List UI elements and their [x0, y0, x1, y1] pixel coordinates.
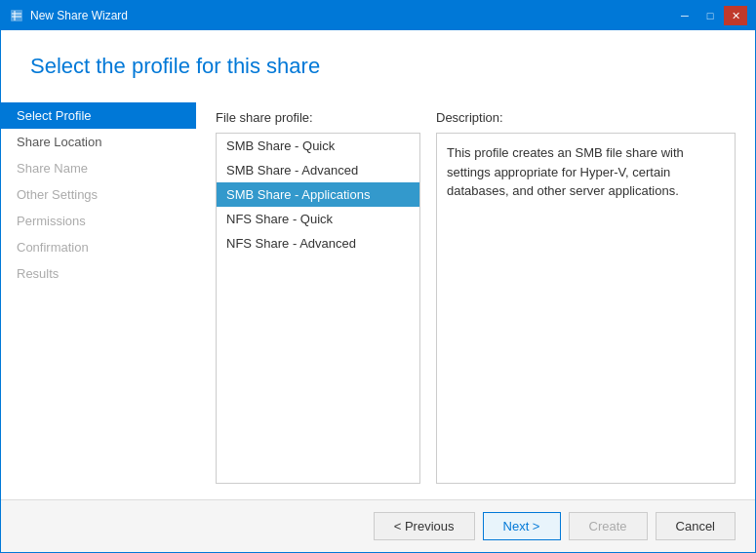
sidebar-item-other-settings: Other Settings [1, 181, 196, 208]
sidebar-item-select-profile[interactable]: Select Profile [1, 102, 196, 129]
minimize-button[interactable]: ─ [673, 6, 696, 25]
profile-item-nfs-quick[interactable]: NFS Share - Quick [217, 207, 419, 231]
window-content: Select the profile for this share Select… [1, 30, 755, 552]
sidebar-item-share-name: Share Name [1, 155, 196, 181]
close-button[interactable]: ✕ [724, 6, 747, 25]
next-button[interactable]: Next > [483, 512, 561, 540]
wizard-window: New Share Wizard ─ □ ✕ Select the profil… [0, 0, 756, 553]
sidebar-item-confirmation: Confirmation [1, 234, 196, 260]
maximize-button[interactable]: □ [698, 6, 722, 25]
sidebar-item-permissions: Permissions [1, 208, 196, 234]
footer: < Previous Next > Create Cancel [1, 499, 755, 552]
profile-list-section: File share profile: SMB Share - Quick SM… [216, 110, 420, 484]
svg-rect-0 [11, 10, 22, 21]
sidebar-item-results: Results [1, 260, 196, 287]
sidebar-item-share-location[interactable]: Share Location [1, 129, 196, 155]
page-title: Select the profile for this share [30, 54, 726, 79]
description-section: Description: This profile creates an SMB… [436, 110, 736, 484]
create-button[interactable]: Create [569, 512, 648, 540]
description-box: This profile creates an SMB file share w… [436, 133, 736, 484]
cancel-button[interactable]: Cancel [656, 512, 736, 540]
body-area: Select Profile Share Location Share Name… [1, 95, 755, 499]
profile-area: File share profile: SMB Share - Quick SM… [216, 110, 736, 484]
window-title: New Share Wizard [30, 9, 128, 22]
description-text: This profile creates an SMB file share w… [447, 145, 684, 198]
main-header: Select the profile for this share [1, 30, 755, 95]
title-bar: New Share Wizard ─ □ ✕ [1, 1, 755, 30]
profile-list-label: File share profile: [216, 110, 420, 125]
profile-item-smb-advanced[interactable]: SMB Share - Advanced [217, 158, 419, 182]
sidebar: Select Profile Share Location Share Name… [1, 95, 196, 499]
profile-list: SMB Share - Quick SMB Share - Advanced S… [216, 133, 420, 484]
window-icon [9, 8, 24, 23]
description-label: Description: [436, 110, 736, 125]
profile-item-smb-applications[interactable]: SMB Share - Applications [217, 182, 419, 207]
main-panel: File share profile: SMB Share - Quick SM… [196, 95, 755, 499]
profile-item-smb-quick[interactable]: SMB Share - Quick [217, 134, 419, 158]
previous-button[interactable]: < Previous [374, 512, 475, 540]
profile-item-nfs-advanced[interactable]: NFS Share - Advanced [217, 231, 419, 256]
